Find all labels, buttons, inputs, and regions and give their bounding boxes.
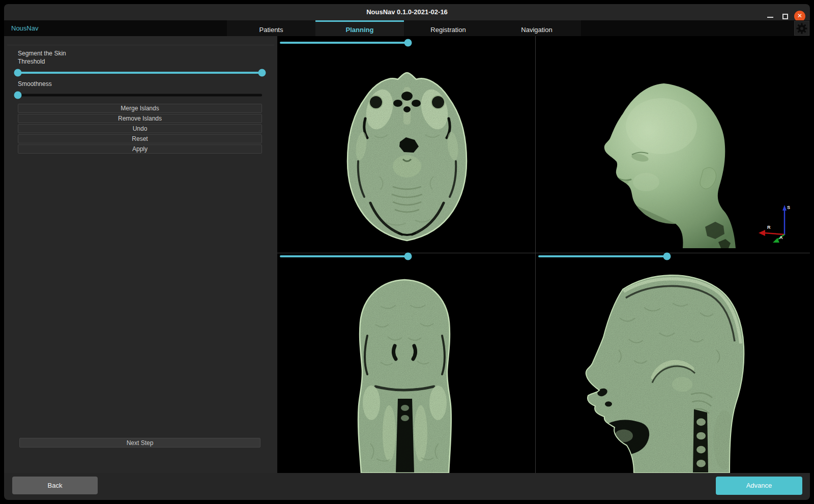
axial-slice-image[interactable] <box>339 70 475 245</box>
smoothness-label: Smoothness <box>18 80 52 87</box>
app-brand: NousNav <box>11 20 38 36</box>
footer-bar: Back Advance <box>4 473 810 500</box>
window-title: NousNav 0.1.0-2021-02-16 <box>4 4 810 20</box>
island-tool-buttons: Merge IslandsRemove IslandsUndoResetAppl… <box>18 104 262 155</box>
section-title: Segment the Skin <box>18 50 66 57</box>
smoothness-slider-groove[interactable] <box>18 94 262 97</box>
sagittal-slice-slider[interactable] <box>538 252 807 260</box>
title-bar: NousNav 0.1.0-2021-02-16 ✕ <box>4 4 810 20</box>
threshold-range-slider[interactable] <box>18 69 262 77</box>
coronal-slice-slider[interactable] <box>280 252 532 260</box>
coronal-slider-handle[interactable] <box>404 252 412 260</box>
remove-islands-button[interactable]: Remove Islands <box>18 114 262 123</box>
axial-slice-slider[interactable] <box>280 39 532 46</box>
settings-button[interactable] <box>794 21 809 36</box>
main-tab-bar: NousNav PatientsPlanningRegistrationNavi… <box>4 20 810 36</box>
coronal-slice-image[interactable] <box>345 276 464 473</box>
maximize-icon[interactable] <box>782 14 788 19</box>
panel-divider <box>7 45 274 45</box>
sagittal-slider-fill <box>538 255 667 257</box>
tab-strip: PatientsPlanningRegistrationNavigation <box>227 20 581 36</box>
axis-label-anterior: A <box>779 235 783 240</box>
smoothness-slider[interactable] <box>18 91 262 99</box>
next-step-button[interactable]: Next Step <box>19 438 260 448</box>
tab-planning[interactable]: Planning <box>315 20 404 36</box>
tab-registration[interactable]: Registration <box>404 20 492 36</box>
slice-viewer-grid: S R A <box>277 36 810 473</box>
viewer-vertical-divider <box>535 36 536 473</box>
application-window: NousNav 0.1.0-2021-02-16 ✕ NousNav Patie… <box>0 0 814 504</box>
reset-button[interactable]: Reset <box>18 134 262 143</box>
tab-navigation[interactable]: Navigation <box>492 20 581 36</box>
gear-icon <box>796 23 807 34</box>
threshold-low-handle[interactable] <box>14 69 22 77</box>
axial-slider-fill <box>280 42 408 44</box>
apply-button[interactable]: Apply <box>18 144 262 154</box>
tab-patients[interactable]: Patients <box>227 20 315 36</box>
3d-head-model[interactable] <box>585 80 743 248</box>
back-button[interactable]: Back <box>12 477 98 494</box>
merge-islands-button[interactable]: Merge Islands <box>18 104 262 113</box>
threshold-slider-fill <box>18 72 262 74</box>
segmentation-panel: Segment the Skin Threshold Smoothness Me… <box>4 36 277 473</box>
sagittal-slice-image[interactable] <box>573 265 750 473</box>
sagittal-slider-handle[interactable] <box>663 252 671 260</box>
axis-label-superior: S <box>787 205 790 210</box>
advance-button[interactable]: Advance <box>716 477 802 495</box>
coronal-slider-fill <box>280 255 408 257</box>
minimize-icon[interactable] <box>767 17 773 18</box>
orientation-axes-icon: S R A <box>757 202 794 244</box>
threshold-high-handle[interactable] <box>258 69 266 77</box>
axial-slider-handle[interactable] <box>404 39 412 46</box>
threshold-label: Threshold <box>18 58 45 65</box>
undo-button[interactable]: Undo <box>18 124 262 133</box>
axis-label-right: R <box>767 225 771 230</box>
smoothness-handle[interactable] <box>14 92 22 99</box>
